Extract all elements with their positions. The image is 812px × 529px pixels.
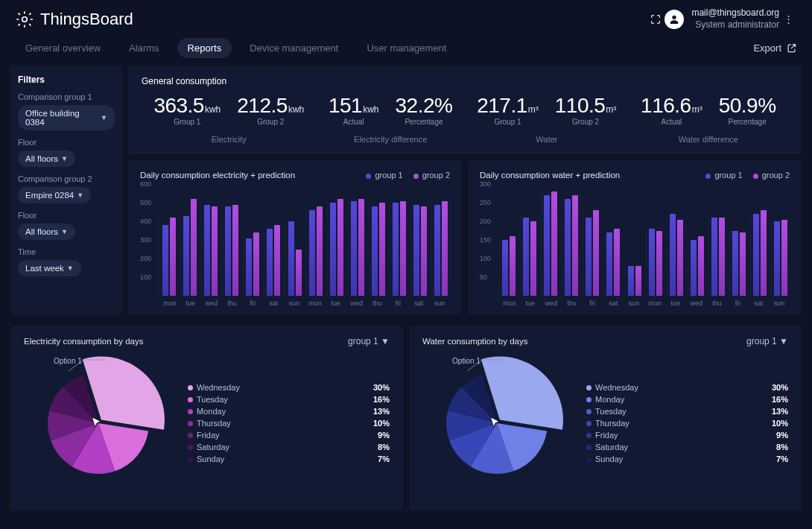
tab-user-management[interactable]: User management (356, 38, 457, 58)
chevron-down-icon: ▼ (61, 228, 68, 235)
svg-point-0 (22, 16, 28, 22)
chevron-down-icon: ▼ (77, 191, 83, 199)
filters-title: Filters (18, 75, 115, 85)
cursor-icon (89, 416, 104, 431)
pie-water: Water consumption by days group 1 ▼ Opti… (409, 326, 802, 510)
tab-general-overview[interactable]: General overview (15, 38, 111, 58)
svg-point-1 (673, 15, 676, 19)
pie-group-selector[interactable]: group 1 ▼ (348, 336, 390, 346)
tab-alarms[interactable]: Alarms (118, 38, 169, 58)
chart-electricity-daily: Daily consumption electricity + predicti… (128, 160, 462, 314)
cursor-icon (488, 416, 503, 431)
nav-tabs: General overview Alarms Reports Device m… (0, 35, 812, 66)
user-menu[interactable]: mail@thingsboard.org System administrato… (664, 7, 779, 31)
pie-group-selector[interactable]: group 1 ▼ (746, 336, 788, 346)
pie-legend: Wednesday30%Monday16%Tuesday13%Thursday1… (586, 381, 788, 465)
chevron-down-icon: ▼ (101, 114, 107, 121)
avatar (664, 10, 684, 29)
fullscreen-icon[interactable] (647, 10, 664, 28)
chart-legend: group 1 group 2 (705, 171, 790, 180)
more-icon[interactable]: ⋮ (779, 10, 797, 28)
filter-time[interactable]: Last week▼ (18, 260, 81, 276)
filter-group2[interactable]: Empire 0284▼ (18, 187, 91, 203)
filter-floor2[interactable]: All floors▼ (18, 224, 75, 240)
user-info: mail@thingsboard.org System administrato… (691, 7, 779, 31)
brand-name: ThingsBoard (40, 10, 133, 29)
metric-electricity-diff: 151kwhActual 32.2%Percentage Electricity… (329, 94, 452, 144)
metric-water-diff: 116.6m³Actual 50.9%Percentage Water diff… (641, 94, 775, 144)
general-consumption-panel: General consumption 363.5kwhGroup 1 212.… (128, 66, 802, 154)
chevron-down-icon: ▼ (61, 155, 68, 162)
filters-panel: Filters Comparison group 1 Office buildi… (10, 66, 122, 315)
app-header: ThingsBoard mail@thingsboard.org System … (0, 0, 812, 35)
filter-floor1[interactable]: All floors▼ (18, 151, 75, 167)
filter-group1[interactable]: Office building 0384▼ (18, 105, 115, 130)
pie-legend: Wednesday30%Tuesday16%Monday13%Thursday1… (188, 381, 390, 465)
tab-device-management[interactable]: Device management (239, 38, 349, 58)
export-button[interactable]: Export (753, 42, 797, 54)
chart-water-daily: Daily consumption water + prediction gro… (468, 160, 802, 314)
chevron-down-icon: ▼ (67, 264, 74, 272)
brand-logo[interactable]: ThingsBoard (15, 10, 133, 29)
chart-legend: group 1 group 2 (366, 171, 450, 180)
gear-icon (15, 10, 34, 29)
metric-electricity: 363.5kwhGroup 1 212.5kwhGroup 2 Electric… (153, 94, 304, 144)
tab-reports[interactable]: Reports (177, 38, 232, 58)
metric-water: 217.1m³Group 1 110.5m³Group 2 Water (477, 94, 616, 144)
pie-electricity: Electricity consumption by days group 1 … (10, 326, 403, 510)
